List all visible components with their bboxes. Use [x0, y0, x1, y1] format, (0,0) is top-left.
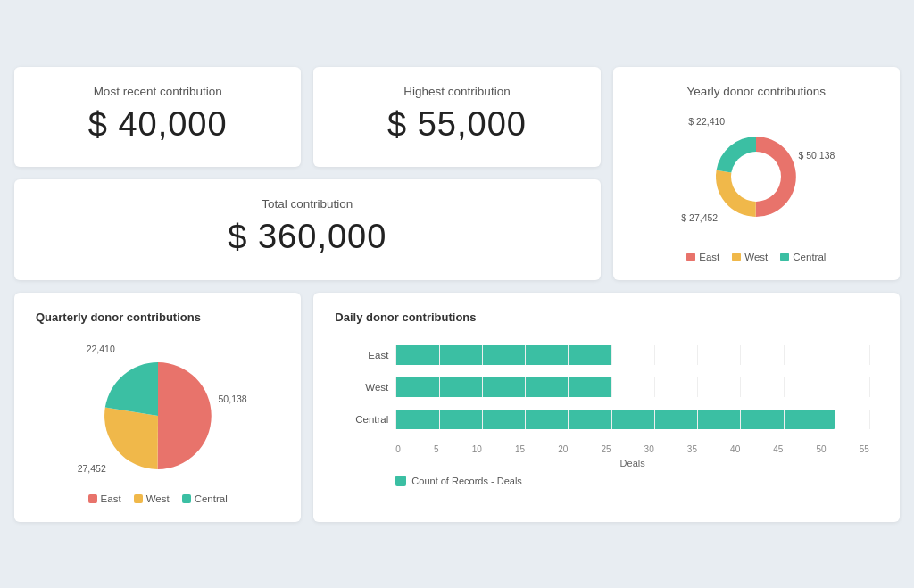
card-most-recent: Most recent contribution $ 40,000 [14, 67, 301, 168]
pie-label-east: 50,138 [219, 393, 247, 404]
bar-fill-east [395, 345, 611, 365]
bar-track-west [395, 377, 869, 397]
q-west-label: West [146, 493, 170, 504]
bar-row-east: East [344, 345, 869, 365]
q-central-label: Central [195, 493, 228, 504]
axis-tick: 45 [773, 444, 783, 454]
bar-track-central [395, 410, 869, 429]
most-recent-value: $ 40,000 [36, 105, 279, 144]
west-label: West [744, 252, 768, 262]
bar-chart-area: East West [335, 336, 878, 486]
legend-west: West [732, 252, 768, 262]
card-highest: Highest contribution $ 55,000 [313, 67, 600, 168]
legend-east: East [686, 252, 719, 262]
central-dot [780, 253, 789, 261]
pie-label-central: 22,410 [87, 344, 115, 354]
pie-east [157, 362, 211, 469]
q-east-dot [88, 494, 97, 503]
axis-tick: 10 [472, 444, 482, 454]
bar-track-east [395, 345, 869, 365]
east-dot [686, 253, 695, 261]
east-label: East [699, 252, 719, 262]
pie-central [104, 362, 157, 416]
donut-container: $ 22,410 $ 50,138 $ 27,452 East West Cen… [635, 105, 878, 262]
bar-label-central: Central [344, 414, 388, 425]
yearly-legend: East West Central [686, 252, 826, 262]
card-yearly: Yearly donor contributions [613, 67, 900, 280]
quarterly-title: Quarterly donor contributions [36, 311, 279, 324]
highest-title: Highest contribution [335, 85, 578, 98]
axis-tick: 15 [515, 444, 525, 454]
quarterly-legend: East West Central [36, 493, 279, 504]
donut-wrapper: $ 22,410 $ 50,138 $ 27,452 [685, 114, 827, 239]
label-west: $ 27,452 [681, 212, 718, 223]
west-dot [732, 253, 741, 261]
pie-label-west: 27,452 [78, 463, 106, 474]
axis-tick: 0 [395, 444, 401, 454]
pie-svg [69, 340, 247, 483]
central-label: Central [793, 252, 826, 262]
bar-legend-dot [395, 476, 406, 486]
bar-fill-west [395, 377, 611, 397]
card-daily: Daily donor contributions East West [313, 293, 900, 522]
axis-tick: 20 [558, 444, 568, 454]
label-east: $ 50,138 [798, 150, 835, 161]
bar-legend: Count of Records - Deals [395, 476, 869, 486]
bar-fill-central [395, 410, 835, 429]
axis-tick: 5 [434, 444, 439, 454]
highest-value: $ 55,000 [335, 105, 578, 144]
axis-ticks: 0510152025303540455055 [395, 442, 869, 454]
q-legend-west: West [134, 493, 170, 504]
total-value: $ 360,000 [36, 218, 579, 256]
dashboard: Most recent contribution $ 40,000 Highes… [14, 67, 900, 522]
card-quarterly: Quarterly donor contributions 22,410 50,… [14, 293, 301, 522]
bar-legend-label: Count of Records - Deals [411, 476, 522, 486]
most-recent-title: Most recent contribution [36, 85, 279, 98]
yearly-title: Yearly donor contributions [635, 85, 878, 98]
q-legend-east: East [88, 493, 121, 504]
pie-west [104, 407, 158, 468]
total-title: Total contribution [36, 197, 579, 211]
axis-label: Deals [395, 458, 869, 468]
bar-row-central: Central [344, 410, 869, 429]
axis-tick: 30 [644, 444, 654, 454]
q-west-dot [134, 494, 143, 503]
axis-tick: 25 [601, 444, 611, 454]
donut-labels: $ 22,410 $ 50,138 $ 27,452 [685, 114, 827, 239]
axis-tick: 55 [860, 444, 869, 454]
card-total: Total contribution $ 360,000 [14, 179, 601, 280]
axis-tick: 50 [817, 444, 827, 454]
axis-tick: 40 [730, 444, 740, 454]
daily-title: Daily donor contributions [335, 311, 878, 324]
bar-label-west: West [344, 382, 388, 393]
q-central-dot [182, 494, 191, 503]
pie-wrapper: 22,410 50,138 27,452 [69, 340, 247, 483]
q-legend-central: Central [182, 493, 228, 504]
q-east-label: East [101, 493, 121, 504]
axis-tick: 35 [687, 444, 697, 454]
label-central: $ 22,410 [688, 116, 725, 127]
bar-label-east: East [344, 350, 388, 360]
legend-central: Central [780, 252, 826, 262]
bar-row-west: West [344, 377, 869, 397]
